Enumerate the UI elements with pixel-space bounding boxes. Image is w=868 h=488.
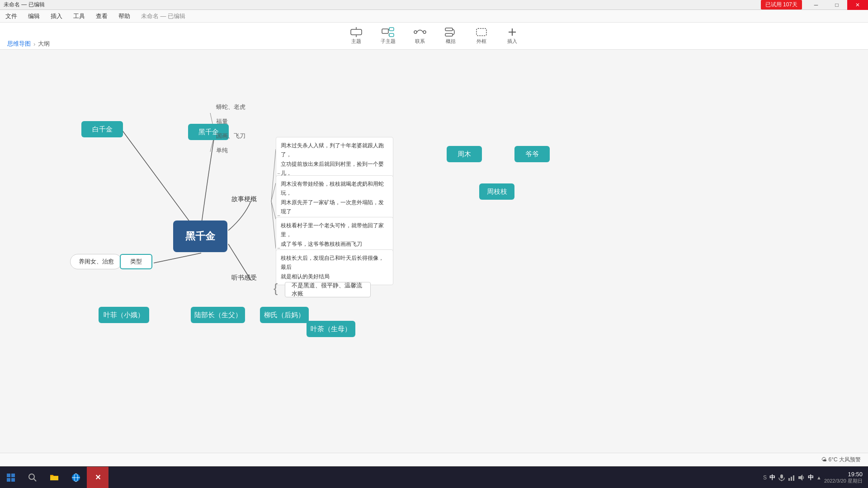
node-liushi[interactable]: 柳氏（后妈） — [260, 307, 309, 323]
node-yesu[interactable]: 叶荼（生母） — [307, 321, 355, 337]
taskbar-start[interactable] — [0, 467, 22, 488]
menu-edit[interactable]: 编辑 — [23, 10, 45, 23]
time-display: 19:50 — [848, 471, 863, 478]
svg-rect-10 — [445, 28, 453, 31]
status-right: 🌤 6°C 大风预警 — [821, 456, 868, 464]
textbox-story3[interactable]: 枝枝看村子里一个老头可怜，就带他回了家里，成了爷爷，这爷爷教枝枝画画飞刀 — [276, 217, 393, 253]
toolbar: 主题 子主题 联系 概括 外框 — [0, 23, 868, 50]
menu-view[interactable]: 查看 — [90, 10, 113, 23]
menu-file[interactable]: 文件 — [0, 10, 23, 23]
breadcrumb-mindmap[interactable]: 思维导图 — [7, 40, 31, 48]
subtopic-icon — [382, 27, 394, 37]
svg-rect-36 — [11, 478, 15, 482]
connect-icon — [414, 27, 426, 37]
svg-line-30 — [271, 201, 276, 219]
svg-marker-47 — [798, 474, 802, 481]
center-node[interactable]: 黑千金 — [173, 221, 227, 252]
svg-rect-34 — [11, 474, 15, 477]
subitem-mangshe[interactable]: 蟒蛇、老虎 — [216, 103, 245, 111]
node-zhouzhizhi[interactable]: 周枝枝 — [479, 183, 514, 200]
node-zhoumu[interactable]: 周木 — [447, 146, 482, 162]
menu-docname: 未命名 — 已编辑 — [136, 10, 191, 23]
minimize-button[interactable]: ─ — [806, 0, 826, 10]
node-lubuzhang[interactable]: 陆部长（生父） — [191, 307, 245, 323]
close-button[interactable]: ✕ — [847, 0, 868, 10]
status-bar: 🌤 6°C 大风预警 — [0, 453, 868, 466]
toolbar-frame[interactable]: 外框 — [472, 25, 491, 47]
taskbar: ✕ S 中 中 ▲ 19:50 2022/3/ — [0, 466, 868, 488]
input-method-zh[interactable]: 中 — [769, 474, 775, 482]
taskbar-right: S 中 中 ▲ 19:50 2022/3/20 星期日 — [763, 467, 868, 488]
canvas[interactable]: 黑千金 白千金 黑千金 蟒蛇、老虎 福量 国画、飞刀 单纯 故事梗概 听书感受 … — [0, 50, 868, 467]
toolbar-subtopic[interactable]: 子主题 — [377, 25, 399, 47]
volume-icon — [798, 474, 805, 481]
svg-line-31 — [271, 201, 276, 249]
node-leixing[interactable]: 类型 — [120, 254, 152, 269]
shurufa-icon[interactable]: S — [763, 474, 767, 481]
title-bar: 未命名 — 已编辑 已试用 107天 ─ □ ✕ — [0, 0, 868, 10]
menu-bar: 文件 编辑 插入 工具 查看 帮助 未命名 — 已编辑 — [0, 10, 868, 23]
svg-rect-35 — [7, 478, 10, 482]
file-explorer-icon — [49, 473, 59, 482]
node-yangnvzhiliao[interactable]: 养闺女、治愈 — [70, 254, 122, 269]
browser-icon — [71, 473, 81, 483]
toolbar-connect[interactable]: 联系 — [410, 25, 430, 47]
node-yeye[interactable]: 爷爷 — [514, 146, 550, 162]
svg-line-29 — [271, 183, 276, 201]
svg-point-8 — [414, 31, 417, 33]
date-display: 2022/3/20 星期日 — [824, 478, 863, 484]
svg-rect-12 — [476, 28, 486, 36]
weather-info: 🌤 6°C 大风预警 — [821, 456, 861, 464]
textbox-story4[interactable]: 枝枝长大后，发现自己和叶天后长得很像，最后就是相认的美好结局 — [276, 249, 393, 285]
svg-rect-0 — [351, 29, 362, 35]
maximize-button[interactable]: □ — [826, 0, 847, 10]
brace-result: { — [274, 282, 278, 295]
svg-rect-46 — [793, 475, 794, 481]
menu-help[interactable]: 帮助 — [113, 10, 136, 23]
insert-icon — [506, 27, 519, 37]
trial-badge: 已试用 107天 — [761, 0, 802, 9]
window-controls: 已试用 107天 ─ □ ✕ — [761, 0, 868, 10]
svg-rect-4 — [389, 28, 394, 31]
taskbar-app[interactable]: ✕ — [87, 467, 108, 488]
node-result[interactable]: 不是黑道、很平静、温馨流水账 — [285, 282, 371, 297]
taskbar-file[interactable] — [43, 467, 65, 488]
svg-rect-44 — [788, 478, 790, 481]
breadcrumb-title: 大纲 — [38, 40, 50, 48]
network-icon — [788, 474, 795, 481]
menu-tools[interactable]: 工具 — [68, 10, 90, 23]
node-yefei[interactable]: 叶菲（小娥） — [99, 307, 149, 323]
node-tingshu-ganshou[interactable]: 听书感受 — [231, 274, 257, 282]
svg-rect-11 — [445, 33, 453, 36]
subitem-danchun[interactable]: 单纯 — [216, 146, 228, 155]
main-topic-icon — [350, 27, 363, 37]
taskbar-indicator: ▲ — [816, 475, 821, 480]
toolbar-insert[interactable]: 插入 — [502, 25, 522, 47]
system-tray: S 中 中 ▲ — [763, 474, 821, 482]
input-zh2: 中 — [808, 474, 814, 482]
svg-rect-42 — [780, 474, 783, 479]
subitem-guohua[interactable]: 国画、飞刀 — [216, 132, 245, 140]
breadcrumb: 思维导图 › 大纲 — [7, 40, 50, 48]
frame-icon — [475, 27, 488, 37]
svg-rect-3 — [382, 29, 388, 33]
svg-rect-33 — [7, 474, 10, 477]
toolbar-summary[interactable]: 概括 — [441, 25, 461, 47]
svg-line-38 — [33, 479, 36, 481]
toolbar-main-topic[interactable]: 主题 — [346, 25, 366, 47]
svg-line-28 — [271, 149, 276, 201]
app-close-icon: ✕ — [95, 473, 101, 482]
mic-icon — [778, 474, 785, 481]
svg-rect-45 — [791, 477, 792, 481]
node-gushi-gaikuo[interactable]: 故事梗概 — [231, 195, 257, 203]
summary-icon — [444, 27, 457, 37]
taskbar-search[interactable] — [22, 467, 43, 488]
clock: 19:50 2022/3/20 星期日 — [824, 471, 863, 484]
taskbar-browser[interactable] — [65, 467, 87, 488]
app-title: 未命名 — 已编辑 — [0, 1, 45, 9]
subitem-fuliang[interactable]: 福量 — [216, 117, 228, 126]
search-icon — [28, 473, 37, 482]
node-baiqianjin[interactable]: 白千金 — [81, 121, 123, 137]
svg-point-9 — [423, 31, 426, 33]
menu-insert[interactable]: 插入 — [45, 10, 68, 23]
